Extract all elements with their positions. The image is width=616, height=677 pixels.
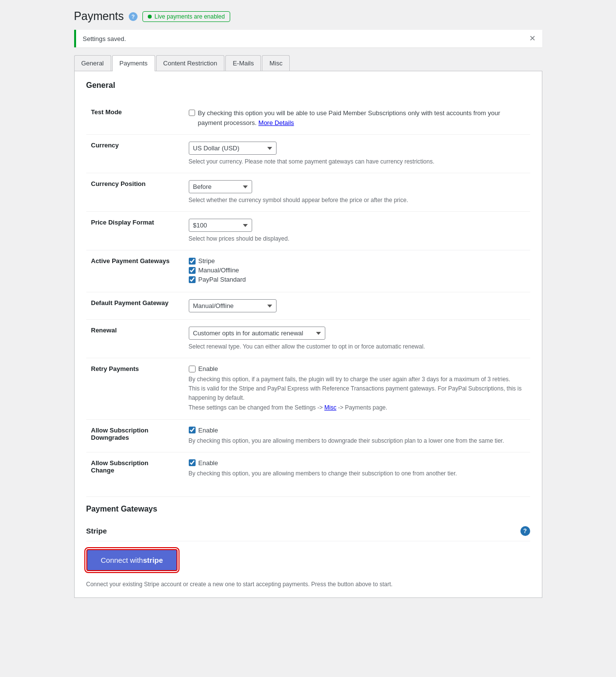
currency-row: Currency US Dollar (USD) Euro (EUR) Brit… (86, 135, 530, 173)
page-header: Payments ? Live payments are enabled (74, 10, 542, 23)
retry-payments-label: Retry Payments (86, 358, 184, 420)
currency-position-label: Currency Position (86, 173, 184, 212)
manual-checkbox-row: Manual/Offline (189, 267, 525, 274)
change-description: By checking this option, you are allowin… (189, 469, 525, 478)
connect-stripe-bold: stripe (143, 556, 163, 564)
price-display-format-label: Price Display Format (86, 212, 184, 250)
price-display-format-select[interactable]: $100 $100.00 (189, 219, 252, 232)
retry-payments-value: Enable By checking this option, if a pay… (184, 358, 530, 420)
manual-gateway-checkbox[interactable] (189, 267, 196, 274)
currency-label: Currency (86, 135, 184, 173)
stripe-header: Stripe ? (86, 521, 530, 541)
test-mode-label: Test Mode (86, 102, 184, 135)
subscription-change-checkbox[interactable] (189, 459, 196, 466)
tab-emails[interactable]: E-Mails (225, 55, 261, 71)
default-gateway-label: Default Payment Gateway (86, 292, 184, 320)
stripe-description: Connect your existing Stripe account or … (86, 581, 530, 588)
renewal-description: Select renewal type. You can either allo… (189, 342, 525, 351)
retry-payments-checkbox-label: Enable (199, 365, 218, 372)
test-mode-checkbox[interactable] (189, 109, 195, 116)
help-icon[interactable]: ? (129, 12, 138, 21)
retry-payments-description: By checking this option, if a payment fa… (189, 375, 525, 412)
currency-position-row: Currency Position Before After Select wh… (86, 173, 530, 212)
currency-select[interactable]: US Dollar (USD) Euro (EUR) British Pound… (189, 142, 277, 155)
live-dot (148, 15, 152, 19)
test-mode-row: Test Mode By checking this option you wi… (86, 102, 530, 135)
stripe-help-icon[interactable]: ? (520, 526, 530, 536)
currency-value: US Dollar (USD) Euro (EUR) British Pound… (184, 135, 530, 173)
subscription-change-label: Allow Subscription Change (86, 452, 184, 485)
currency-position-description: Select whether the currency symbol shoul… (189, 196, 525, 205)
content-area: General Test Mode By checking this optio… (74, 71, 542, 598)
stripe-gateway-checkbox[interactable] (189, 258, 196, 265)
tab-misc[interactable]: Misc (262, 55, 290, 71)
paypal-gateway-label: PayPal Standard (199, 276, 246, 283)
live-badge: Live payments are enabled (142, 11, 230, 22)
active-gateways-value: Stripe Manual/Offline PayPal Standard (184, 250, 530, 292)
general-section-title: General (86, 81, 530, 94)
active-gateways-row: Active Payment Gateways Stripe Manual/Of… (86, 250, 530, 292)
downgrades-checkbox-label: Enable (199, 427, 218, 434)
test-mode-text: By checking this option you will be able… (198, 108, 525, 127)
active-gateways-label: Active Payment Gateways (86, 250, 184, 292)
default-gateway-row: Default Payment Gateway Manual/Offline S… (86, 292, 530, 320)
subscription-downgrades-row: Allow Subscription Downgrades Enable By … (86, 419, 530, 452)
retry-payments-row: Retry Payments Enable By checking this o… (86, 358, 530, 420)
renewal-label: Renewal (86, 320, 184, 358)
connect-stripe-prefix: Connect with (101, 556, 143, 564)
subscription-downgrades-checkbox[interactable] (189, 427, 196, 433)
default-gateway-select[interactable]: Manual/Offline Stripe PayPal Standard (189, 299, 277, 312)
subscription-change-value: Enable By checking this option, you are … (184, 452, 530, 485)
tab-general[interactable]: General (74, 55, 111, 71)
test-mode-more-details-link[interactable]: More Details (258, 119, 294, 126)
tab-content-restriction[interactable]: Content Restriction (156, 55, 225, 71)
page-title: Payments (74, 10, 124, 23)
default-gateway-value: Manual/Offline Stripe PayPal Standard (184, 292, 530, 320)
renewal-select[interactable]: Customer opts in for automatic renewal F… (189, 327, 325, 340)
stripe-checkbox-row: Stripe (189, 257, 525, 265)
manual-gateway-label: Manual/Offline (199, 267, 239, 274)
price-display-format-value: $100 $100.00 Select how prices should be… (184, 212, 530, 250)
subscription-change-row: Allow Subscription Change Enable By chec… (86, 452, 530, 485)
live-badge-text: Live payments are enabled (155, 13, 225, 20)
change-checkbox-label: Enable (199, 459, 218, 467)
subscription-downgrades-label: Allow Subscription Downgrades (86, 419, 184, 452)
notice-text: Settings saved. (83, 35, 126, 42)
misc-link[interactable]: Misc (324, 404, 337, 411)
stripe-title: Stripe (86, 527, 107, 535)
tab-payments[interactable]: Payments (112, 55, 155, 71)
price-display-format-row: Price Display Format $100 $100.00 Select… (86, 212, 530, 250)
notice-bar: Settings saved. ✕ (74, 30, 542, 47)
payment-gateways-section-title: Payment Gateways (86, 496, 530, 513)
paypal-gateway-checkbox[interactable] (189, 276, 196, 283)
retry-enable-checkbox-row: Enable (189, 365, 525, 372)
currency-position-value: Before After Select whether the currency… (184, 173, 530, 212)
subscription-downgrades-value: Enable By checking this option, you are … (184, 419, 530, 452)
currency-position-select[interactable]: Before After (189, 180, 252, 193)
currency-description: Select your currency. Please note that s… (189, 157, 525, 166)
downgrades-checkbox-row: Enable (189, 427, 525, 434)
renewal-value: Customer opts in for automatic renewal F… (184, 320, 530, 358)
change-checkbox-row: Enable (189, 459, 525, 467)
retry-payments-checkbox[interactable] (189, 366, 196, 372)
renewal-row: Renewal Customer opts in for automatic r… (86, 320, 530, 358)
settings-table: Test Mode By checking this option you wi… (86, 102, 530, 485)
connect-stripe-button[interactable]: Connect with stripe (86, 549, 178, 571)
price-display-description: Select how prices should be displayed. (189, 234, 525, 243)
test-mode-value: By checking this option you will be able… (184, 102, 530, 135)
downgrades-description: By checking this option, you are allowin… (189, 436, 525, 445)
stripe-section: Stripe ? Connect with stripe Connect you… (86, 521, 530, 588)
paypal-checkbox-row: PayPal Standard (189, 276, 525, 283)
close-icon[interactable]: ✕ (529, 35, 536, 42)
tabs-nav: General Payments Content Restriction E-M… (74, 55, 542, 71)
stripe-gateway-label: Stripe (199, 257, 215, 265)
